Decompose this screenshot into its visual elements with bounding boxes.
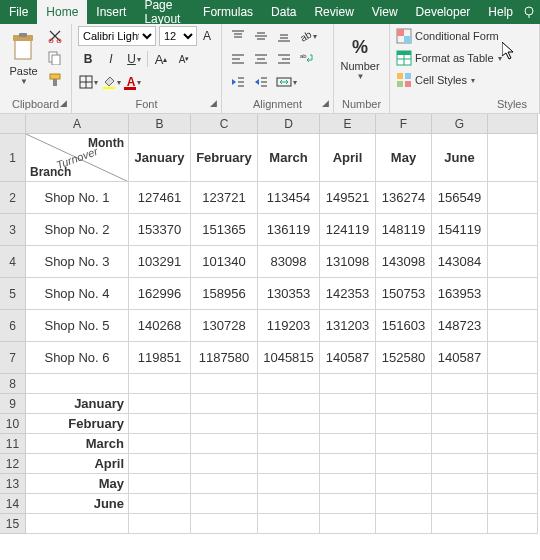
cell[interactable]: 153370 [129, 214, 191, 246]
row-header[interactable]: 10 [0, 414, 26, 434]
cell[interactable] [129, 454, 191, 474]
decrease-indent-button[interactable] [228, 72, 248, 92]
cell[interactable] [191, 434, 258, 454]
cell[interactable]: April [320, 134, 376, 182]
cell[interactable]: 83098 [258, 246, 320, 278]
cell[interactable] [488, 394, 538, 414]
cell[interactable] [376, 474, 432, 494]
cell[interactable]: 143098 [376, 246, 432, 278]
cell[interactable] [320, 454, 376, 474]
increase-font-size-button[interactable]: A▴ [151, 49, 171, 69]
tab-page-layout[interactable]: Page Layout [135, 0, 194, 24]
increase-font-button[interactable]: A [200, 26, 214, 46]
cell[interactable] [432, 454, 488, 474]
row-header[interactable]: 12 [0, 454, 26, 474]
align-center-button[interactable] [251, 49, 271, 69]
cell[interactable] [191, 514, 258, 534]
cell[interactable] [129, 414, 191, 434]
cell[interactable]: 140268 [129, 310, 191, 342]
cell[interactable] [129, 474, 191, 494]
cell[interactable] [320, 394, 376, 414]
cell[interactable] [432, 394, 488, 414]
cell[interactable] [191, 454, 258, 474]
cell[interactable] [26, 374, 129, 394]
merge-center-button[interactable]: ▾ [274, 72, 299, 92]
cell[interactable]: 131098 [320, 246, 376, 278]
column-header[interactable]: D [258, 114, 320, 134]
align-middle-button[interactable] [251, 26, 271, 46]
row-header[interactable]: 1 [0, 134, 26, 182]
row-header[interactable]: 2 [0, 182, 26, 214]
orientation-button[interactable]: ab▾ [297, 26, 317, 46]
increase-indent-button[interactable] [251, 72, 271, 92]
cell[interactable] [432, 434, 488, 454]
cell[interactable]: 156549 [432, 182, 488, 214]
cell[interactable] [258, 414, 320, 434]
tab-review[interactable]: Review [305, 0, 362, 24]
cell[interactable]: Shop No. 2 [26, 214, 129, 246]
cell[interactable]: Shop No. 5 [26, 310, 129, 342]
row-header[interactable]: 13 [0, 474, 26, 494]
cell[interactable] [320, 474, 376, 494]
row-header[interactable]: 3 [0, 214, 26, 246]
cell[interactable] [488, 494, 538, 514]
cell[interactable]: Shop No. 4 [26, 278, 129, 310]
cell[interactable]: Shop No. 3 [26, 246, 129, 278]
row-header[interactable]: 5 [0, 278, 26, 310]
cell[interactable]: 119851 [129, 342, 191, 374]
cell[interactable]: February [26, 414, 129, 434]
cell[interactable] [129, 514, 191, 534]
row-header[interactable]: 15 [0, 514, 26, 534]
fill-color-button[interactable]: ▾ [101, 72, 121, 92]
cell[interactable] [376, 414, 432, 434]
cell[interactable]: 149521 [320, 182, 376, 214]
cell[interactable]: 158956 [191, 278, 258, 310]
cell[interactable] [258, 394, 320, 414]
cell[interactable]: 119203 [258, 310, 320, 342]
cell[interactable]: 1187580 [191, 342, 258, 374]
cell[interactable] [258, 514, 320, 534]
cell[interactable]: 103291 [129, 246, 191, 278]
format-painter-button[interactable] [45, 70, 65, 90]
cell[interactable] [488, 434, 538, 454]
cell[interactable] [432, 414, 488, 434]
cell[interactable]: March [26, 434, 129, 454]
cell[interactable] [258, 494, 320, 514]
cell[interactable] [488, 342, 538, 374]
cell[interactable] [191, 474, 258, 494]
row-header[interactable]: 6 [0, 310, 26, 342]
cell[interactable] [320, 414, 376, 434]
cell[interactable] [191, 374, 258, 394]
cell[interactable]: 163953 [432, 278, 488, 310]
cell[interactable]: 148119 [376, 214, 432, 246]
underline-button[interactable]: U▾ [124, 49, 144, 69]
dialog-launcher-icon[interactable]: ◢ [322, 98, 329, 108]
cell[interactable] [488, 514, 538, 534]
cell[interactable] [258, 374, 320, 394]
cell[interactable]: 130728 [191, 310, 258, 342]
cell[interactable] [488, 374, 538, 394]
cell[interactable] [376, 374, 432, 394]
cell[interactable] [376, 514, 432, 534]
tab-developer[interactable]: Developer [407, 0, 480, 24]
cell[interactable]: 131203 [320, 310, 376, 342]
cell-styles-button[interactable]: Cell Styles▾ [396, 70, 475, 90]
cell[interactable]: 151365 [191, 214, 258, 246]
cell[interactable]: January [129, 134, 191, 182]
tab-formulas[interactable]: Formulas [194, 0, 262, 24]
cell[interactable]: May [26, 474, 129, 494]
column-header[interactable]: E [320, 114, 376, 134]
cell[interactable] [432, 514, 488, 534]
column-header[interactable] [488, 114, 538, 134]
column-header[interactable]: C [191, 114, 258, 134]
cell[interactable]: June [432, 134, 488, 182]
cell[interactable] [129, 434, 191, 454]
align-bottom-button[interactable] [274, 26, 294, 46]
column-header[interactable]: G [432, 114, 488, 134]
dialog-launcher-icon[interactable]: ◢ [210, 98, 217, 108]
dialog-launcher-icon[interactable]: ◢ [60, 98, 67, 108]
tab-help[interactable]: Help [479, 0, 522, 24]
cell[interactable]: 148723 [432, 310, 488, 342]
conditional-formatting-button[interactable]: Conditional Form [396, 26, 499, 46]
cell[interactable] [488, 278, 538, 310]
